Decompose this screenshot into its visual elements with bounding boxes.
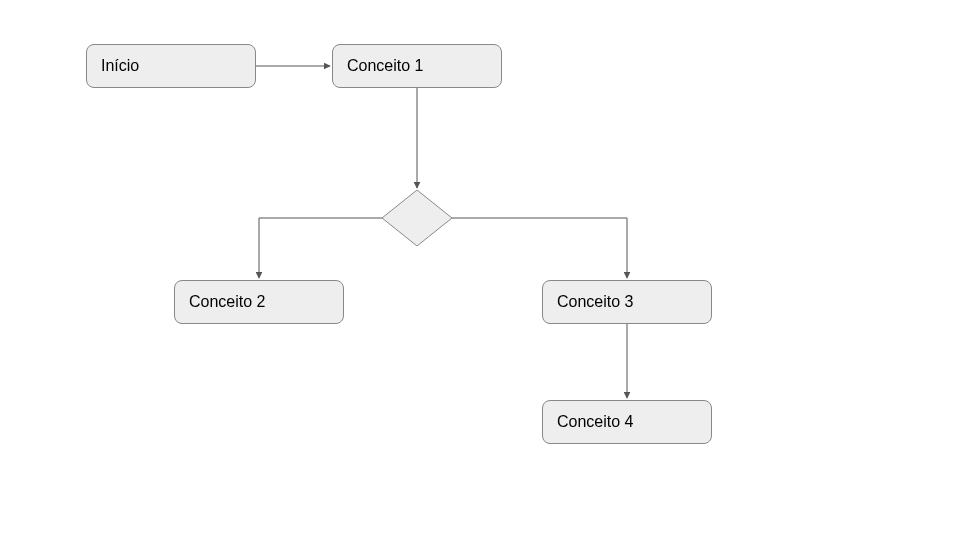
edge-decision-to-concept3 bbox=[452, 218, 627, 278]
node-start: Início bbox=[86, 44, 256, 88]
node-concept1: Conceito 1 bbox=[332, 44, 502, 88]
node-concept4: Conceito 4 bbox=[542, 400, 712, 444]
node-start-label: Início bbox=[101, 57, 139, 75]
node-concept3: Conceito 3 bbox=[542, 280, 712, 324]
edge-decision-to-concept2 bbox=[259, 218, 382, 278]
svg-marker-0 bbox=[382, 190, 452, 246]
node-concept1-label: Conceito 1 bbox=[347, 57, 424, 75]
node-decision bbox=[382, 190, 452, 246]
node-concept3-label: Conceito 3 bbox=[557, 293, 634, 311]
node-concept4-label: Conceito 4 bbox=[557, 413, 634, 431]
node-concept2: Conceito 2 bbox=[174, 280, 344, 324]
node-concept2-label: Conceito 2 bbox=[189, 293, 266, 311]
